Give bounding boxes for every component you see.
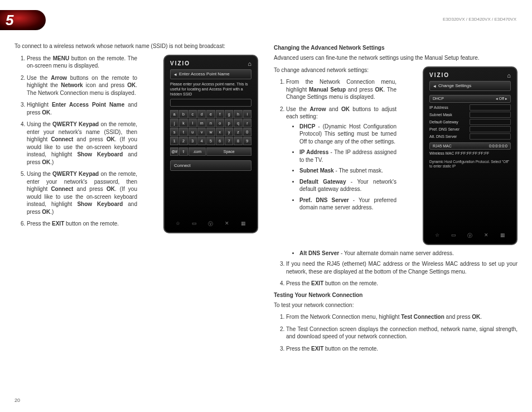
x-icon: ✕ xyxy=(225,221,229,228)
key-u: u xyxy=(188,128,197,136)
key-sym: @# xyxy=(170,147,178,156)
left-body: Press the MENU button on the remote. The… xyxy=(14,55,258,233)
step-4: Using the QWERTY Keypad on the remote, e… xyxy=(27,121,137,166)
screenshot-change-settings: VIZIO ⌂ ◂ Change Settings DHCP◂ Off ▸ IP… xyxy=(423,66,518,245)
key-0: 0 xyxy=(243,128,252,136)
adv-step-4: Press the EXIT button on the remote. xyxy=(286,280,518,288)
key-8: 8 xyxy=(234,137,242,145)
grid-icon: ▦ xyxy=(241,221,246,228)
right-steps-wrap: To change advanced network settings: Fro… xyxy=(274,66,396,216)
phone-brand: VIZIO xyxy=(170,60,190,66)
gateway-row: Default Gateway xyxy=(429,119,511,125)
key-a: a xyxy=(170,110,178,118)
key-n: n xyxy=(206,119,215,127)
key-z: z xyxy=(234,128,242,136)
connect-button: Connect xyxy=(170,160,252,171)
test-step-1: From the Network Connection menu, highli… xyxy=(286,313,518,321)
key-6: 6 xyxy=(216,137,224,145)
screen-title: Enter Access Point Name xyxy=(179,71,230,76)
key-q: q xyxy=(234,119,242,127)
screen-title: Change Settings xyxy=(438,83,471,88)
x-icon: ✕ xyxy=(484,232,489,239)
bullet-dns1: Pref. DNS Server - Your preferred domain… xyxy=(299,197,396,212)
test-step-2: The Test Connection screen displays the … xyxy=(286,325,518,341)
key-4: 4 xyxy=(197,137,206,145)
card-icon: ▭ xyxy=(192,221,197,228)
home-icon: ⌂ xyxy=(248,60,252,67)
back-button: ◂ Enter Access Point Name xyxy=(170,69,252,79)
key-shift: ⇧ xyxy=(179,147,187,156)
key-w: w xyxy=(206,128,215,136)
keyboard-bottom-row: @# ⇧ .com Space xyxy=(170,147,252,156)
back-arrow-icon: ◂ xyxy=(174,71,177,77)
back-arrow-icon: ◂ xyxy=(433,83,436,89)
key-7: 7 xyxy=(225,137,233,145)
bullet-gateway: Default Gateway - Your network's default… xyxy=(299,178,396,193)
rj45-row: RJ45 MAC0:0:0:0:0:0 xyxy=(429,142,511,150)
star-icon: ☆ xyxy=(176,221,180,228)
star-icon: ☆ xyxy=(435,232,439,239)
key-h: h xyxy=(234,110,242,118)
bullet-mask: Subnet Mask - The subnet mask. xyxy=(299,167,396,175)
adv-step-3: If you need the RJ45 (ethernet) MAC addr… xyxy=(286,260,518,275)
heading-advanced: Changing the Advanced Network Settings xyxy=(274,45,518,51)
key-k: k xyxy=(179,119,187,127)
key-b: b xyxy=(179,110,187,118)
dhcp-hint: Dynamic Host Configuration Protocol. Sel… xyxy=(429,160,511,169)
key-2: 2 xyxy=(179,137,187,145)
key-t: t xyxy=(179,128,187,136)
key-d: d xyxy=(197,110,206,118)
dns1-row: Pref. DNS Server xyxy=(429,126,511,132)
dns2-row: Alt. DNS Server xyxy=(429,133,511,140)
ssid-input xyxy=(170,99,252,107)
bullet-dhcp: DHCP - (Dynamic Host Configuration Proto… xyxy=(299,123,396,146)
bullet-ip: IP Address - The IP address assigned to … xyxy=(299,148,396,164)
step-6: Press the EXIT button on the remote. xyxy=(27,220,137,228)
home-icon: ⌂ xyxy=(507,72,511,79)
key-x: x xyxy=(216,128,224,136)
onscreen-keyboard: abcdefghijklmnopqrstuvwxyz0123456789 xyxy=(170,110,252,145)
key-f: f xyxy=(216,110,224,118)
key-1: 1 xyxy=(170,137,178,145)
key-m: m xyxy=(197,119,206,127)
testing-lead: To test your network connection: xyxy=(274,301,518,309)
adv-step-2: Use the Arrow and OK buttons to adjust e… xyxy=(286,106,396,212)
page-body: To connect to a wireless network whose n… xyxy=(14,42,518,401)
key-y: y xyxy=(225,128,233,136)
phone-footer: ☆ ▭ ⓥ ✕ ▦ xyxy=(429,232,511,239)
wmac-row: Wireless MAC FF:FF:FF:FF:FF:FF xyxy=(429,151,511,155)
key-5: 5 xyxy=(206,137,215,145)
grid-icon: ▦ xyxy=(500,232,505,239)
page-number: 20 xyxy=(14,397,20,403)
right-remainder: Alt DNS Server - Your alternate domain n… xyxy=(274,250,518,353)
key-s: s xyxy=(170,128,178,136)
key-i: i xyxy=(243,110,252,118)
page-header: 5 E3D320VX / E3D420VX / E3D470VX xyxy=(0,10,532,32)
card-icon: ▭ xyxy=(451,232,456,239)
screen-instructions: Please enter your Access point name. Thi… xyxy=(170,82,252,97)
step-1: Press the MENU button on the remote. The… xyxy=(27,55,137,70)
phone-brand: VIZIO xyxy=(429,72,449,78)
key-space: Space xyxy=(206,147,252,156)
key-3: 3 xyxy=(188,137,197,145)
key-p: p xyxy=(225,119,233,127)
advanced-intro: Advanced users can fine-tune the network… xyxy=(274,54,518,62)
test-step-3: Press the EXIT button on the remote. xyxy=(286,345,518,353)
step-2: Use the Arrow buttons on the remote to h… xyxy=(27,74,137,97)
key-o: o xyxy=(216,119,224,127)
phone-footer: ☆ ▭ ⓥ ✕ ▦ xyxy=(170,221,252,228)
dhcp-row: DHCP◂ Off ▸ xyxy=(429,95,511,103)
adv-step-1: From the Network Connection menu, highli… xyxy=(286,78,396,101)
key-9: 9 xyxy=(243,137,252,145)
chapter-number: 5 xyxy=(6,12,13,29)
bullet-dns2: Alt DNS Server - Your alternate domain n… xyxy=(299,250,518,257)
key-e: e xyxy=(206,110,215,118)
key-c: c xyxy=(188,110,197,118)
mask-row: Subnet Mask xyxy=(429,112,511,118)
key-v: v xyxy=(197,128,206,136)
advanced-lead: To change advanced network settings: xyxy=(274,66,396,74)
key-r: r xyxy=(243,119,252,127)
key-com: .com xyxy=(188,147,206,156)
right-column: Changing the Advanced Network Settings A… xyxy=(274,42,518,401)
v-icon: ⓥ xyxy=(208,221,213,228)
